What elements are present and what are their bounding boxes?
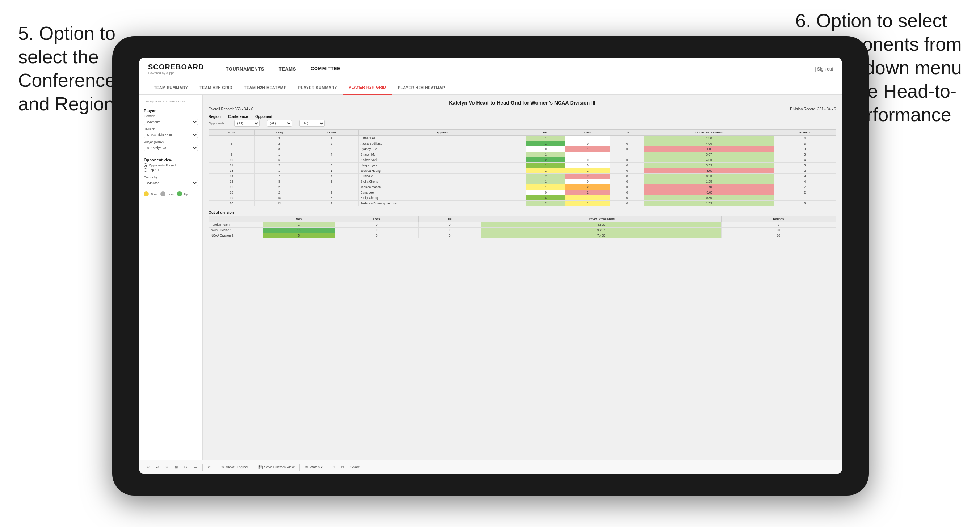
cell-loss: 0 bbox=[565, 179, 610, 184]
nav-teams[interactable]: TEAMS bbox=[272, 58, 303, 80]
gender-dropdown[interactable]: Women's bbox=[144, 119, 198, 125]
ood-cell-tie: 0 bbox=[418, 227, 481, 233]
refresh-btn[interactable]: ↺ bbox=[206, 464, 212, 470]
cell-conf: 2 bbox=[304, 141, 358, 146]
filter-dropdowns-row: Opponents: (All) (All) (All) bbox=[208, 120, 836, 127]
dash-btn[interactable]: — bbox=[192, 464, 199, 470]
ood-table-row: NCAA Division 2 5 0 0 7.400 10 bbox=[209, 233, 836, 238]
toolbar-divider-1 bbox=[202, 464, 203, 471]
cell-reg: 7 bbox=[255, 174, 304, 179]
cell-reg: 2 bbox=[255, 184, 304, 190]
cell-tie: 0 bbox=[610, 179, 644, 184]
cell-loss: 2 bbox=[565, 184, 610, 190]
table-row: 18 2 2 Euna Lee 0 2 0 -5.00 2 bbox=[209, 190, 836, 195]
region-dropdown[interactable]: (All) bbox=[234, 120, 259, 127]
logo-sub: Powered by clippd bbox=[148, 71, 204, 75]
cell-reg: 3 bbox=[255, 136, 304, 141]
ood-cell-win: 1 bbox=[263, 222, 335, 227]
colour-dot-up bbox=[177, 191, 182, 197]
grid-btn[interactable]: ⊞ bbox=[173, 464, 179, 470]
ood-cell-win: 15 bbox=[263, 227, 335, 233]
nav-items: TOURNAMENTS TEAMS COMMITTEE bbox=[218, 58, 815, 80]
radio-label-played: Opponents Played bbox=[149, 163, 176, 167]
cell-div: 18 bbox=[209, 190, 255, 195]
cell-opponent: Esther Lee bbox=[358, 136, 527, 141]
cell-tie: 0 bbox=[610, 163, 644, 168]
colour-label-level: Level bbox=[168, 192, 175, 196]
gender-label: Gender bbox=[144, 114, 198, 118]
cell-tie: 0 bbox=[610, 190, 644, 195]
table-row: 19 10 6 Emily Chang 4 1 0 0.30 11 bbox=[209, 195, 836, 201]
sub-nav-team-summary[interactable]: TEAM SUMMARY bbox=[148, 80, 194, 95]
ood-table-row: NAIA Division 1 15 0 0 9.267 30 bbox=[209, 227, 836, 233]
cell-opponent: Federica Domecq Lacroze bbox=[358, 201, 527, 206]
conference-dropdown[interactable]: (All) bbox=[267, 120, 292, 127]
watch-btn[interactable]: 👁 Watch ▾ bbox=[303, 464, 324, 470]
radio-dot-top100 bbox=[144, 168, 147, 172]
redo-btn[interactable]: ↪ bbox=[164, 464, 170, 470]
cell-win: 2 bbox=[527, 157, 565, 163]
sign-out-link[interactable]: | Sign out bbox=[815, 67, 833, 71]
save-custom-view-btn[interactable]: 💾 Save Custom View bbox=[257, 464, 296, 470]
cell-reg: 1 bbox=[255, 152, 304, 157]
cell-loss: 2 bbox=[565, 190, 610, 195]
colour-by-dropdown[interactable]: Win/loss bbox=[144, 180, 198, 186]
ood-col-name bbox=[209, 216, 263, 222]
player-rank-dropdown[interactable]: 8. Katelyn Vo bbox=[144, 145, 198, 151]
view-original-btn[interactable]: 👁 View: Original bbox=[220, 464, 250, 470]
opponent-dropdown[interactable]: (All) bbox=[299, 120, 325, 127]
nav-committee[interactable]: COMMITTEE bbox=[303, 58, 348, 80]
table-row: 9 1 4 Sharon Mun 1 3.67 3 bbox=[209, 152, 836, 157]
ood-col-loss: Loss bbox=[335, 216, 418, 222]
cell-div: 20 bbox=[209, 201, 255, 206]
player-rank-label: Player (Rank) bbox=[144, 140, 198, 144]
sub-nav-player-h2h-grid[interactable]: PLAYER H2H GRID bbox=[343, 80, 392, 95]
share-btn[interactable]: Share bbox=[349, 464, 362, 470]
undo2-btn[interactable]: ↩ bbox=[154, 464, 161, 470]
ood-cell-name: Foreign Team bbox=[209, 222, 263, 227]
cell-rounds: 2 bbox=[774, 168, 836, 174]
cell-win: 1 bbox=[527, 152, 565, 157]
table-header-row: # Div # Reg # Conf Opponent Win Loss Tie… bbox=[209, 130, 836, 136]
cell-div: 10 bbox=[209, 157, 255, 163]
cut-btn[interactable]: ✂ bbox=[183, 464, 189, 470]
cell-rounds: 3 bbox=[774, 146, 836, 152]
cell-rounds: 4 bbox=[774, 179, 836, 184]
radio-label-top100: Top 100 bbox=[149, 168, 161, 172]
cell-diff: 4.00 bbox=[644, 157, 774, 163]
radio-top100[interactable]: Top 100 bbox=[144, 168, 198, 172]
table-row: 16 2 3 Jessica Mason 1 2 0 -0.94 7 bbox=[209, 184, 836, 190]
cell-div: 9 bbox=[209, 152, 255, 157]
cell-diff: 0.38 bbox=[644, 174, 774, 179]
cell-rounds: 7 bbox=[774, 184, 836, 190]
sidebar: Last Updated: 27/03/2024 16:34 Player Ge… bbox=[139, 95, 203, 460]
ood-cell-name: NCAA Division 2 bbox=[209, 233, 263, 238]
share-export-btn[interactable]: ⤴ bbox=[332, 464, 336, 470]
cell-win: 1 bbox=[527, 163, 565, 168]
copy-btn[interactable]: ⧉ bbox=[340, 464, 345, 470]
sub-nav-player-summary[interactable]: PLAYER SUMMARY bbox=[293, 80, 343, 95]
sub-nav-team-h2h-grid[interactable]: TEAM H2H GRID bbox=[194, 80, 238, 95]
cell-conf: 1 bbox=[304, 168, 358, 174]
cell-div: 6 bbox=[209, 146, 255, 152]
undo-btn[interactable]: ↩ bbox=[145, 464, 151, 470]
cell-diff: 1.25 bbox=[644, 179, 774, 184]
sub-nav-team-h2h-heatmap[interactable]: TEAM H2H HEATMAP bbox=[238, 80, 293, 95]
cell-loss: 2 bbox=[565, 174, 610, 179]
cell-win: 2 bbox=[527, 201, 565, 206]
cell-diff: 3.67 bbox=[644, 152, 774, 157]
radio-opponents-played[interactable]: Opponents Played bbox=[144, 163, 198, 167]
sub-nav: TEAM SUMMARY TEAM H2H GRID TEAM H2H HEAT… bbox=[139, 80, 842, 95]
sub-nav-player-h2h-heatmap[interactable]: PLAYER H2H HEATMAP bbox=[392, 80, 451, 95]
colour-dot-down bbox=[144, 191, 149, 197]
division-dropdown[interactable]: NCAA Division III bbox=[144, 132, 198, 138]
ood-cell-loss: 0 bbox=[335, 222, 418, 227]
col-opponent: Opponent bbox=[358, 130, 527, 136]
nav-tournaments[interactable]: TOURNAMENTS bbox=[218, 58, 271, 80]
cell-conf: 1 bbox=[304, 136, 358, 141]
col-rounds: Rounds bbox=[774, 130, 836, 136]
cell-rounds: 6 bbox=[774, 201, 836, 206]
cell-conf: 3 bbox=[304, 184, 358, 190]
toolbar-divider-4 bbox=[299, 464, 300, 471]
cell-loss bbox=[565, 136, 610, 141]
